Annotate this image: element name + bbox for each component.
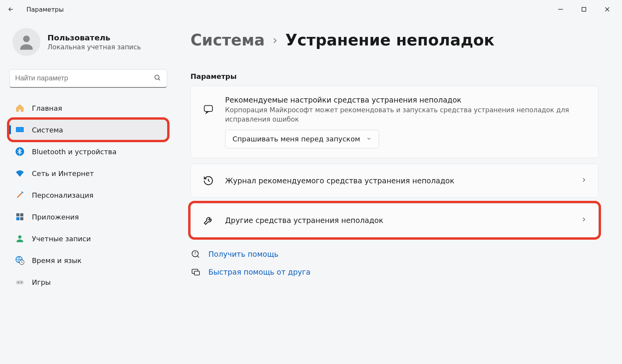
sidebar-item-personalization[interactable]: Персонализация (9, 185, 167, 205)
back-button[interactable] (3, 2, 19, 17)
system-icon (15, 125, 25, 135)
quick-assist-link[interactable]: Быстрая помощь от друга (208, 268, 311, 276)
sidebar-item-label: Bluetooth и устройства (32, 148, 117, 156)
dropdown-value: Спрашивать меня перед запуском (232, 135, 360, 143)
globe-clock-icon (15, 255, 25, 265)
apps-icon (15, 212, 25, 222)
sidebar-item-label: Время и язык (32, 256, 82, 265)
wifi-icon (15, 168, 25, 178)
quick-assist-icon (190, 267, 201, 277)
svg-rect-1 (582, 7, 586, 11)
feedback-icon (202, 103, 215, 116)
svg-point-19 (18, 282, 19, 283)
window-title: Параметры (26, 6, 64, 13)
troubleshooter-preference-dropdown[interactable]: Спрашивать меня перед запуском (225, 130, 379, 148)
close-button[interactable] (596, 2, 619, 17)
window-controls (549, 2, 619, 17)
wrench-icon (202, 214, 215, 227)
maximize-button[interactable] (572, 2, 596, 17)
chevron-right-icon (580, 216, 587, 225)
main-content: Система › Устранение неполадок Параметры… (175, 19, 622, 364)
breadcrumb-parent[interactable]: Система (190, 31, 265, 49)
sidebar-item-gaming[interactable]: Игры (9, 272, 167, 292)
get-help-row: ? Получить помощь (190, 249, 599, 259)
sidebar-item-system[interactable]: Система (9, 120, 167, 140)
breadcrumb: Система › Устранение неполадок (190, 31, 599, 49)
svg-point-4 (23, 35, 30, 42)
search-icon (154, 74, 161, 83)
avatar (12, 28, 40, 56)
chevron-right-icon (580, 176, 587, 185)
sidebar-item-network[interactable]: Сеть и Интернет (9, 163, 167, 183)
bluetooth-icon (15, 146, 25, 157)
other-troubleshooters-link[interactable]: Другие средства устранения неполадок (190, 203, 599, 237)
sidebar-item-label: Игры (32, 278, 51, 286)
sidebar-item-apps[interactable]: Приложения (9, 207, 167, 227)
svg-rect-18 (16, 280, 24, 284)
account-icon (15, 233, 25, 244)
help-links: ? Получить помощь Быстрая помощь от друг… (190, 249, 599, 277)
user-block[interactable]: Пользователь Локальная учетная запись (9, 28, 167, 56)
gamepad-icon (15, 277, 25, 287)
svg-text:?: ? (194, 251, 196, 256)
card-title: Рекомендуемые настройки средства устране… (225, 96, 587, 104)
svg-rect-11 (16, 213, 19, 216)
brush-icon (15, 190, 25, 200)
card-title: Журнал рекомендуемого средства устранени… (225, 176, 570, 185)
sidebar-item-accounts[interactable]: Учетные записи (9, 228, 167, 249)
titlebar: Параметры (0, 0, 622, 19)
svg-point-20 (21, 282, 22, 283)
user-icon (17, 33, 36, 51)
svg-rect-21 (204, 106, 213, 111)
quick-assist-row: Быстрая помощь от друга (190, 267, 599, 277)
card-subtitle: Корпорация Майкрософт может рекомендоват… (225, 106, 587, 124)
svg-point-15 (18, 235, 21, 239)
sidebar: Пользователь Локальная учетная запись Гл… (0, 19, 175, 364)
svg-rect-12 (20, 213, 23, 216)
sidebar-item-label: Главная (32, 104, 62, 112)
user-name: Пользователь (47, 33, 141, 42)
sidebar-item-label: Сеть и Интернет (32, 169, 94, 178)
get-help-link[interactable]: Получить помощь (208, 250, 278, 258)
sidebar-item-bluetooth[interactable]: Bluetooth и устройства (9, 141, 167, 162)
breadcrumb-current: Устранение неполадок (285, 31, 494, 49)
sidebar-item-label: Система (32, 126, 63, 134)
recommended-settings-card: Рекомендуемые настройки средства устране… (190, 86, 599, 158)
svg-rect-25 (194, 271, 199, 275)
arrow-left-icon (7, 6, 14, 13)
sidebar-item-label: Приложения (32, 213, 79, 221)
maximize-icon (581, 7, 587, 12)
svg-line-6 (159, 78, 160, 80)
svg-rect-8 (17, 128, 23, 132)
chevron-right-icon: › (273, 33, 278, 47)
home-icon (15, 103, 25, 113)
history-icon (202, 174, 215, 187)
sidebar-item-home[interactable]: Главная (9, 98, 167, 118)
svg-point-5 (155, 75, 159, 79)
search-input[interactable] (15, 74, 154, 82)
svg-rect-14 (20, 217, 23, 220)
sidebar-item-label: Персонализация (32, 191, 93, 199)
sidebar-nav: Главная Система Bluetooth и устройства С… (9, 98, 167, 292)
search-box[interactable] (9, 69, 167, 88)
minimize-button[interactable] (549, 2, 572, 17)
close-icon (605, 7, 610, 12)
troubleshooter-history-link[interactable]: Журнал рекомендуемого средства устранени… (190, 164, 599, 198)
card-title: Другие средства устранения неполадок (225, 216, 570, 225)
section-label: Параметры (190, 72, 599, 80)
help-icon: ? (190, 249, 201, 259)
chevron-down-icon (366, 135, 372, 143)
sidebar-item-time[interactable]: Время и язык (9, 250, 167, 270)
svg-rect-13 (16, 217, 19, 220)
sidebar-item-label: Учетные записи (32, 235, 91, 243)
minimize-icon (558, 7, 563, 12)
user-subtitle: Локальная учетная запись (47, 43, 141, 51)
